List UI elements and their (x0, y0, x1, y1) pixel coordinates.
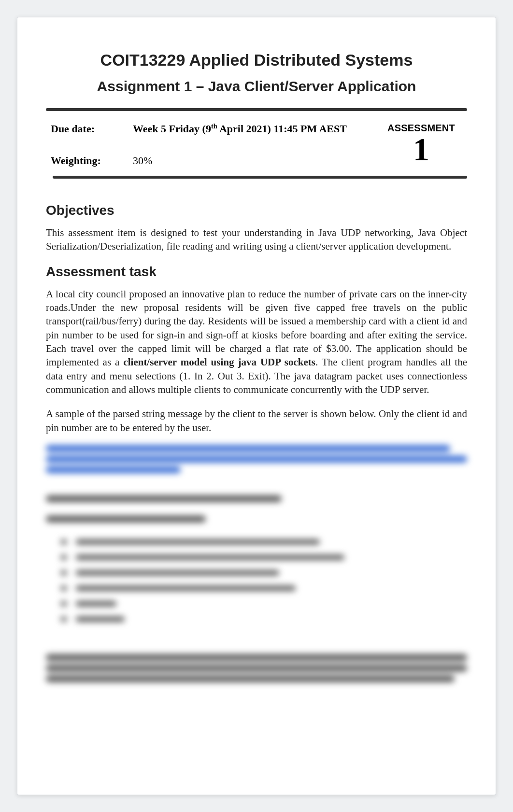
blurred-note-1 (46, 495, 467, 502)
meta-labels: Due date: Weighting: (51, 123, 133, 167)
objectives-heading: Objectives (46, 203, 467, 218)
due-date-value: Week 5 Friday (9th April 2021) 11:45 PM … (133, 123, 380, 135)
task-heading: Assessment task (46, 264, 467, 280)
assignment-title: Assignment 1 – Java Client/Server Applic… (46, 78, 467, 95)
due-date-prefix: Week 5 Friday (9 (133, 123, 211, 135)
task-p1-bold: client/server model using java UDP socke… (123, 356, 315, 368)
assessment-badge: ASSESSMENT 1 (380, 123, 462, 167)
weighting-label: Weighting: (51, 154, 133, 167)
course-title: COIT13229 Applied Distributed Systems (46, 51, 467, 70)
weighting-value: 30% (133, 154, 380, 167)
blurred-paragraph (46, 654, 467, 682)
divider-top (46, 108, 467, 111)
task-paragraph-1: A local city council proposed an innovat… (46, 287, 467, 397)
blurred-content (46, 445, 467, 682)
blurred-note-2 (46, 516, 467, 522)
document-page: COIT13229 Applied Distributed Systems As… (17, 17, 496, 795)
meta-block: Due date: Weighting: Week 5 Friday (9th … (46, 123, 467, 167)
blurred-example-block (46, 445, 467, 473)
divider-bottom (53, 176, 467, 179)
due-date-ordinal: th (211, 122, 217, 130)
meta-values: Week 5 Friday (9th April 2021) 11:45 PM … (133, 123, 380, 167)
blurred-list (60, 535, 467, 626)
objectives-text: This assessment item is designed to test… (46, 226, 467, 253)
due-date-label: Due date: (51, 123, 133, 135)
task-paragraph-2: A sample of the parsed string message by… (46, 407, 467, 434)
due-date-suffix: April 2021) 11:45 PM AEST (217, 123, 347, 135)
assessment-number: 1 (380, 135, 462, 164)
